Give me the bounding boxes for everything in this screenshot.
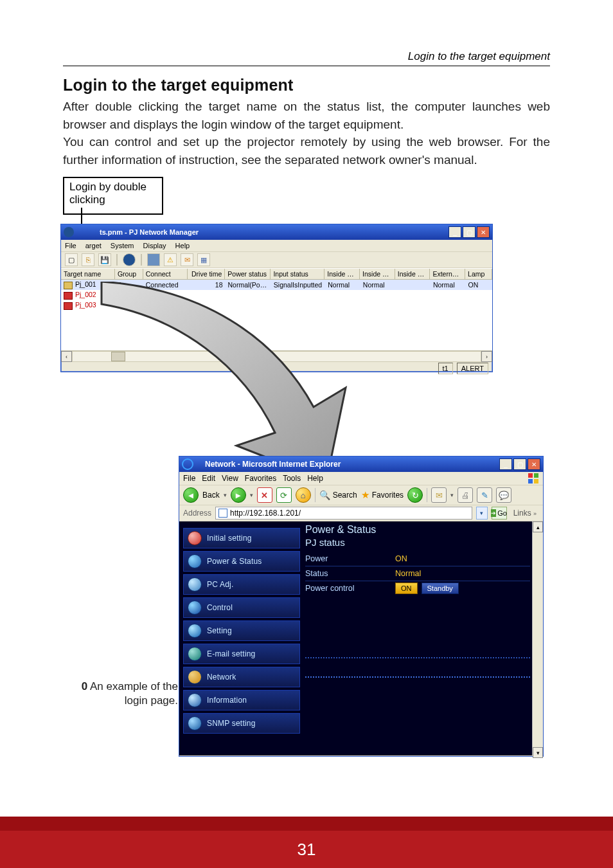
table-row[interactable]: Pj_001 A Connected 18 Normal(Po… SignalI… xyxy=(61,280,492,290)
col-inside-1[interactable]: Inside … xyxy=(324,269,360,280)
menu-file[interactable]: File xyxy=(65,242,76,249)
body-paragraph-1: After double clicking the target name on… xyxy=(63,98,550,133)
edit-button[interactable]: ✎ xyxy=(477,487,492,503)
maximize-button[interactable]: ▢ xyxy=(463,226,475,238)
back-dropdown-icon[interactable]: ▾ xyxy=(224,492,227,498)
back-button[interactable]: ◄ xyxy=(183,487,199,503)
nav-initial-setting[interactable]: Initial setting xyxy=(183,528,300,548)
nav-email-setting[interactable]: E-mail setting xyxy=(183,644,300,664)
toolbar-save-icon[interactable]: 💾 xyxy=(98,253,111,266)
close-button[interactable]: ✕ xyxy=(477,226,490,238)
minimize-button[interactable]: _ xyxy=(449,226,461,238)
toolbar-warning-icon[interactable]: ⚠ xyxy=(164,253,177,266)
toolbar-record-icon[interactable] xyxy=(147,253,160,266)
menu-edit[interactable]: Edit xyxy=(202,474,215,483)
cell-input: SignalIsInputted xyxy=(271,281,325,289)
menu-system[interactable]: System xyxy=(111,242,134,249)
address-dropdown-icon[interactable]: ▾ xyxy=(476,507,488,520)
nav-pc-adj[interactable]: PC Adj. xyxy=(183,574,300,595)
page-number: 31 xyxy=(0,831,613,868)
menu-view[interactable]: View xyxy=(222,474,238,483)
col-target-name[interactable]: Target name xyxy=(61,269,115,280)
toolbar-grid-icon[interactable]: ▦ xyxy=(197,253,210,266)
menu-tools[interactable]: Tools xyxy=(283,474,301,483)
forward-dropdown-icon[interactable]: ▾ xyxy=(250,492,253,498)
ie-titlebar[interactable]: Network - Microsoft Internet Explorer _ … xyxy=(179,457,543,472)
ie-app-icon xyxy=(182,458,193,470)
history-button[interactable]: ↻ xyxy=(407,487,423,503)
ie-menubar[interactable]: File Edit View Favorites Tools Help xyxy=(179,472,543,485)
col-power-status[interactable]: Power status xyxy=(225,269,271,280)
table-row[interactable]: Pj_003 --- conne… xyxy=(61,300,492,311)
refresh-button[interactable]: ⟳ xyxy=(276,487,292,503)
page-vscrollbar[interactable]: ▴ ▾ xyxy=(532,521,543,755)
back-label[interactable]: Back xyxy=(202,491,220,500)
col-inside-3[interactable]: Inside … xyxy=(395,269,431,280)
home-button[interactable]: ⌂ xyxy=(296,487,311,503)
col-drive-time[interactable]: Drive time xyxy=(188,269,225,280)
nav-setting[interactable]: Setting xyxy=(183,620,300,641)
links-button[interactable]: Links » xyxy=(511,509,539,518)
col-inside-2[interactable]: Inside … xyxy=(360,269,395,280)
mail-dropdown-icon[interactable]: ▾ xyxy=(450,492,454,498)
address-input[interactable]: http://192.168.1.201/ xyxy=(215,507,472,520)
close-button[interactable]: ✕ xyxy=(528,458,540,470)
nav-network[interactable]: Network xyxy=(183,667,300,687)
toolbar-target-icon[interactable] xyxy=(123,253,136,266)
go-button[interactable]: ➔Go xyxy=(492,507,507,520)
menu-help[interactable]: Help xyxy=(307,474,323,483)
scroll-thumb[interactable] xyxy=(111,352,125,361)
section-separator xyxy=(305,676,530,678)
pjnm-title-text: ts.pnm - PJ Network Manager xyxy=(76,228,447,236)
scroll-right-icon[interactable]: › xyxy=(481,351,492,362)
toolbar-help-icon[interactable]: ✉ xyxy=(181,253,193,266)
col-group[interactable]: Group xyxy=(115,269,143,280)
col-extern[interactable]: Extern… xyxy=(430,269,465,280)
nav-control[interactable]: Control xyxy=(183,597,300,618)
svg-rect-3 xyxy=(534,479,538,484)
menu-file[interactable]: File xyxy=(183,474,195,483)
menu-display[interactable]: Display xyxy=(143,242,166,249)
toolbar-open-icon[interactable]: ⎘ xyxy=(82,253,94,266)
scroll-down-icon[interactable]: ▾ xyxy=(533,747,543,758)
minimize-button[interactable]: _ xyxy=(499,458,512,470)
favorites-button[interactable]: ★Favorites xyxy=(361,489,404,501)
pjnm-hscrollbar[interactable]: ‹ › xyxy=(61,350,492,362)
col-lamp[interactable]: Lamp xyxy=(465,269,492,280)
scroll-track[interactable] xyxy=(72,351,481,362)
cell-ext: Normal xyxy=(431,281,466,289)
menu-help[interactable]: Help xyxy=(175,242,190,249)
standby-button[interactable]: Standby xyxy=(422,583,459,594)
nav-information[interactable]: Information xyxy=(183,690,300,710)
pjnm-menubar[interactable]: File arget System Display Help xyxy=(61,240,492,251)
scroll-left-icon[interactable]: ‹ xyxy=(61,351,72,362)
power-on-button[interactable]: ON xyxy=(395,583,418,594)
print-button[interactable]: 🖨 xyxy=(458,487,473,503)
nav-icon xyxy=(188,716,202,730)
table-row[interactable]: Pj_002 Un-conne… xyxy=(61,290,492,300)
row-key: Power control xyxy=(305,584,395,593)
menu-target[interactable]: arget xyxy=(85,242,102,249)
nav-label: E-mail setting xyxy=(207,649,256,658)
discuss-button[interactable]: 💬 xyxy=(496,487,511,503)
caption-text: An example of the login page. xyxy=(90,680,178,707)
stop-button[interactable]: ✕ xyxy=(257,487,272,503)
search-button[interactable]: 🔍Search xyxy=(319,490,357,500)
toolbar-separator xyxy=(427,488,427,502)
scroll-track[interactable] xyxy=(533,532,543,747)
cell-connect: conne… xyxy=(143,302,188,309)
mail-button[interactable]: ✉ xyxy=(431,487,447,503)
svg-rect-0 xyxy=(528,473,533,478)
scroll-up-icon[interactable]: ▴ xyxy=(533,521,543,532)
pjnm-titlebar[interactable]: ts.pnm - PJ Network Manager _ ▢ ✕ xyxy=(61,224,492,240)
maximize-button[interactable]: ▢ xyxy=(513,458,526,470)
nav-power-status[interactable]: Power & Status xyxy=(183,551,300,572)
menu-favorites[interactable]: Favorites xyxy=(245,474,276,483)
col-connect[interactable]: Connect xyxy=(143,269,188,280)
links-label: Links xyxy=(513,509,531,518)
nav-snmp-setting[interactable]: SNMP setting xyxy=(183,713,300,734)
forward-button[interactable]: ► xyxy=(231,487,246,503)
figure-caption: 0 An example of the login page. xyxy=(62,680,178,708)
col-input-status[interactable]: Input status xyxy=(271,269,324,280)
toolbar-new-icon[interactable]: ▢ xyxy=(65,253,78,266)
